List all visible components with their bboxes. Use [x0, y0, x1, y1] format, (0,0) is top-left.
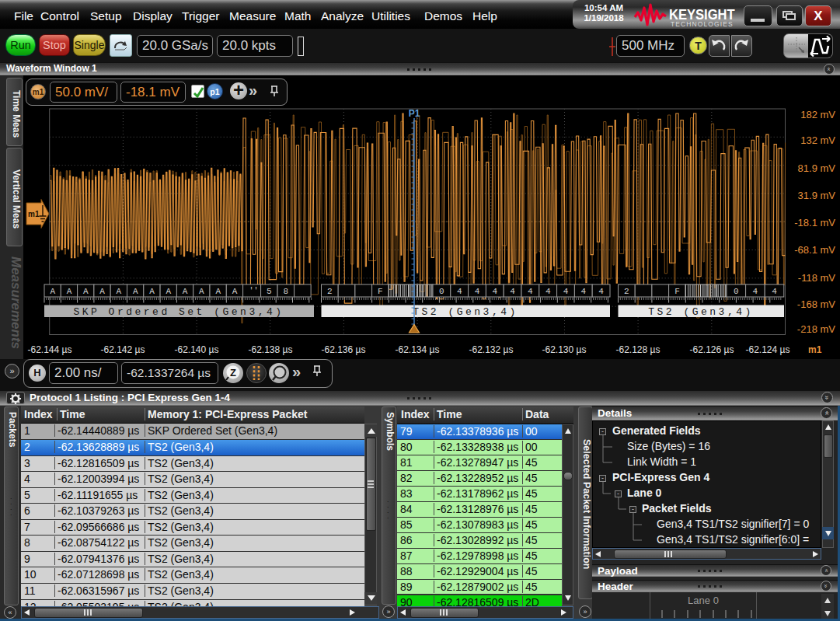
svg-text:4: 4 — [492, 287, 497, 296]
svg-text:'': '' — [249, 287, 259, 295]
svg-text:SKP Ordered Set (Gen3,4): SKP Ordered Set (Gen3,4) — [73, 306, 284, 318]
svg-text:5: 5 — [267, 287, 272, 296]
svg-text:TS2 (Gen3,4): TS2 (Gen3,4) — [413, 306, 518, 318]
svg-text:A: A — [99, 287, 105, 296]
svg-text:4: 4 — [598, 287, 604, 296]
svg-text:TS2 (Gen3,4): TS2 (Gen3,4) — [648, 306, 754, 318]
svg-text:A: A — [232, 287, 238, 296]
svg-text:F: F — [674, 287, 680, 296]
svg-text:P1: P1 — [409, 108, 420, 119]
svg-text:8: 8 — [284, 287, 289, 296]
svg-text:4: 4 — [753, 287, 758, 296]
svg-text:F: F — [378, 287, 383, 296]
svg-text:4: 4 — [457, 287, 462, 296]
svg-text:A: A — [83, 287, 89, 296]
svg-text:A: A — [166, 287, 171, 296]
svg-text:A: A — [116, 287, 121, 296]
svg-text:4: 4 — [772, 287, 777, 296]
svg-text:A: A — [149, 287, 155, 296]
svg-text:m1: m1 — [28, 210, 40, 218]
svg-text:4: 4 — [580, 287, 586, 296]
svg-text:A: A — [133, 287, 138, 296]
svg-text:0: 0 — [439, 287, 444, 296]
svg-text:2: 2 — [327, 287, 333, 296]
svg-text:4: 4 — [475, 287, 480, 296]
svg-text:A: A — [183, 287, 188, 296]
svg-text:A: A — [215, 287, 221, 296]
svg-text:4: 4 — [510, 287, 515, 296]
svg-text:4: 4 — [563, 287, 569, 296]
svg-text:Z: Z — [230, 367, 236, 379]
svg-text:2: 2 — [624, 287, 629, 296]
svg-text:A: A — [67, 287, 72, 296]
svg-text:A: A — [199, 287, 204, 296]
svg-text:4: 4 — [545, 287, 551, 296]
svg-text:4: 4 — [528, 287, 533, 296]
svg-text:A: A — [50, 287, 55, 296]
svg-text:0: 0 — [734, 287, 739, 296]
